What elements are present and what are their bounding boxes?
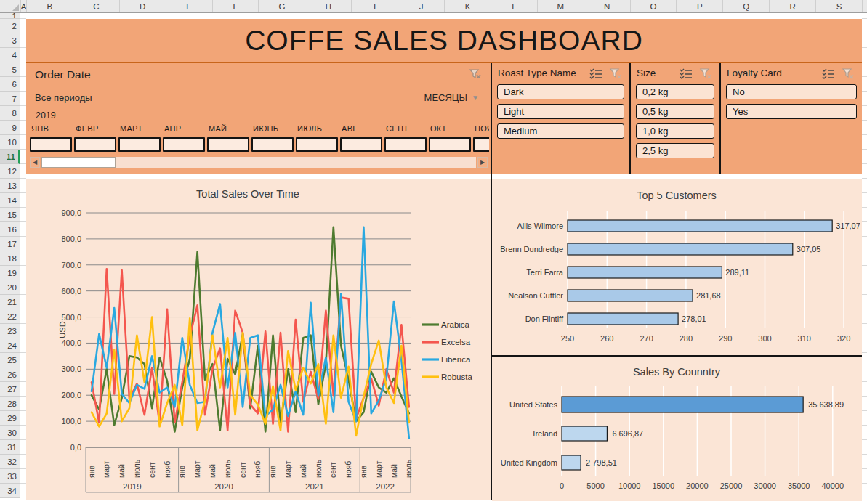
row-header-10[interactable]: 10 xyxy=(0,135,20,150)
column-header-L[interactable]: L xyxy=(491,0,538,12)
timeline-order-date[interactable]: Order Date Все периоды МЕСЯЦЫ ▼ 2019 ЯНВ… xyxy=(26,63,491,174)
column-header-Q[interactable]: Q xyxy=(723,0,770,12)
row-header-2[interactable]: 2 xyxy=(0,19,20,33)
bar-chart-top5-customers[interactable]: Top 5 Customers250260270280290300310320A… xyxy=(492,179,862,355)
column-header-H[interactable]: H xyxy=(305,0,352,12)
bar-chart-sales-by-country[interactable]: Sales By Counntry05000100001500020000250… xyxy=(492,355,862,501)
row-header-22[interactable]: 22 xyxy=(0,309,20,324)
slicer-item-light[interactable]: Light xyxy=(497,104,624,119)
slicer-item-yes[interactable]: Yes xyxy=(726,104,857,119)
column-header-D[interactable]: D xyxy=(120,0,166,12)
slicer-size[interactable]: Size 0,2 kg0,5 kg1,0 kg2,5 kg xyxy=(631,63,719,174)
bar-united-kingdom[interactable] xyxy=(562,455,581,470)
clear-filter-icon[interactable] xyxy=(699,68,714,79)
row-header-26[interactable]: 26 xyxy=(0,367,20,382)
row-header-29[interactable]: 29 xyxy=(0,411,20,426)
row-header-4[interactable]: 4 xyxy=(0,48,20,62)
column-header-K[interactable]: K xyxy=(445,0,491,12)
row-header-12[interactable]: 12 xyxy=(0,164,20,179)
timeline-month-cell[interactable] xyxy=(74,137,116,152)
column-header-A[interactable]: A xyxy=(21,0,27,12)
scrollbar-thumb[interactable] xyxy=(41,157,116,168)
timeline-month-cell[interactable] xyxy=(118,137,161,152)
row-header-30[interactable]: 30 xyxy=(0,426,20,440)
row-header-19[interactable]: 19 xyxy=(0,266,20,280)
bar-nealson-cuttler[interactable] xyxy=(568,290,693,301)
row-header-17[interactable]: 17 xyxy=(0,237,20,251)
row-header-33[interactable]: 33 xyxy=(0,469,20,484)
bar-don-flintiff[interactable] xyxy=(568,313,678,325)
timeline-month-cell[interactable] xyxy=(384,137,427,152)
row-header-16[interactable]: 16 xyxy=(0,222,20,237)
timeline-scrollbar[interactable]: ◀ ▶ xyxy=(30,156,488,168)
column-header-J[interactable]: J xyxy=(398,0,445,12)
row-header-23[interactable]: 23 xyxy=(0,324,20,338)
multi-select-icon[interactable] xyxy=(821,68,836,79)
scroll-right-arrow[interactable]: ▶ xyxy=(477,157,488,168)
column-header-G[interactable]: G xyxy=(259,0,305,12)
series-robusta[interactable] xyxy=(92,317,409,436)
bar-brenn-dundredge[interactable] xyxy=(568,243,793,255)
select-all-corner[interactable] xyxy=(0,0,21,12)
clear-filter-icon[interactable] xyxy=(842,68,856,79)
timeline-level-dropdown[interactable]: МЕСЯЦЫ xyxy=(424,92,467,103)
row-header-7[interactable]: 7 xyxy=(0,92,20,106)
column-header-P[interactable]: P xyxy=(677,0,723,12)
row-header-18[interactable]: 18 xyxy=(0,251,20,266)
column-header-N[interactable]: N xyxy=(584,0,631,12)
column-header-S[interactable]: S xyxy=(816,0,863,12)
row-header-20[interactable]: 20 xyxy=(0,280,20,295)
scroll-left-arrow[interactable]: ◀ xyxy=(30,157,40,168)
row-header-5[interactable]: 5 xyxy=(0,62,20,77)
row-header-34[interactable]: 34 xyxy=(0,484,20,498)
row-header-24[interactable]: 24 xyxy=(0,338,20,353)
clear-filter-icon[interactable] xyxy=(609,68,624,79)
column-header-I[interactable]: I xyxy=(352,0,398,12)
row-header-6[interactable]: 6 xyxy=(0,77,20,92)
timeline-month-cell[interactable] xyxy=(30,137,72,152)
slicer-item-2-5-kg[interactable]: 2,5 kg xyxy=(636,143,714,158)
row-header-8[interactable]: 8 xyxy=(0,106,20,121)
column-header-O[interactable]: O xyxy=(631,0,677,12)
row-header-15[interactable]: 15 xyxy=(0,208,20,222)
line-chart-total-sales[interactable]: Total Sales Over Time0,0100,0200,0300,04… xyxy=(26,179,491,500)
timeline-month-cell[interactable] xyxy=(473,137,489,152)
row-header-28[interactable]: 28 xyxy=(0,397,20,411)
multi-select-icon[interactable] xyxy=(679,68,693,79)
row-header-27[interactable]: 27 xyxy=(0,382,20,397)
row-header-11[interactable]: 11 xyxy=(0,150,20,164)
row-header-14[interactable]: 14 xyxy=(0,193,20,208)
timeline-month-cell[interactable] xyxy=(340,137,382,152)
row-header-25[interactable]: 25 xyxy=(0,353,20,367)
timeline-month-cell[interactable] xyxy=(296,137,338,152)
row-header-3[interactable]: 3 xyxy=(0,33,20,48)
slicer-item-1-0-kg[interactable]: 1,0 kg xyxy=(636,123,714,139)
slicer-item-0-2-kg[interactable]: 0,2 kg xyxy=(636,84,714,99)
slicer-item-0-5-kg[interactable]: 0,5 kg xyxy=(636,104,714,119)
column-header-E[interactable]: E xyxy=(166,0,213,12)
timeline-month-cell[interactable] xyxy=(207,137,249,152)
slicer-item-no[interactable]: No xyxy=(726,84,857,99)
row-header-21[interactable]: 21 xyxy=(0,295,20,309)
row-header-1[interactable]: 1 xyxy=(0,13,20,19)
bar-allis-wilmore[interactable] xyxy=(568,220,832,232)
column-header-B[interactable]: B xyxy=(27,0,73,12)
row-header-32[interactable]: 32 xyxy=(0,455,20,469)
slicer-roast-type[interactable]: Roast Type Name DarkLightMedium xyxy=(492,63,629,174)
slicer-item-dark[interactable]: Dark xyxy=(497,84,624,99)
column-header-C[interactable]: C xyxy=(73,0,120,12)
bar-terri-farra[interactable] xyxy=(568,267,722,278)
column-header-F[interactable]: F xyxy=(213,0,259,12)
row-header-31[interactable]: 31 xyxy=(0,440,20,455)
slicer-loyalty-card[interactable]: Loyalty Card NoYes xyxy=(721,63,862,174)
timeline-month-cell[interactable] xyxy=(251,137,294,152)
row-header-9[interactable]: 9 xyxy=(0,121,20,135)
bar-ireland[interactable] xyxy=(562,426,607,441)
slicer-item-medium[interactable]: Medium xyxy=(497,123,624,139)
column-header-M[interactable]: M xyxy=(538,0,584,12)
column-header-R[interactable]: R xyxy=(770,0,816,12)
bar-united-states[interactable] xyxy=(562,397,803,412)
clear-filter-icon[interactable] xyxy=(469,68,482,81)
chevron-down-icon[interactable]: ▼ xyxy=(472,94,479,102)
timeline-month-cell[interactable] xyxy=(429,137,471,152)
